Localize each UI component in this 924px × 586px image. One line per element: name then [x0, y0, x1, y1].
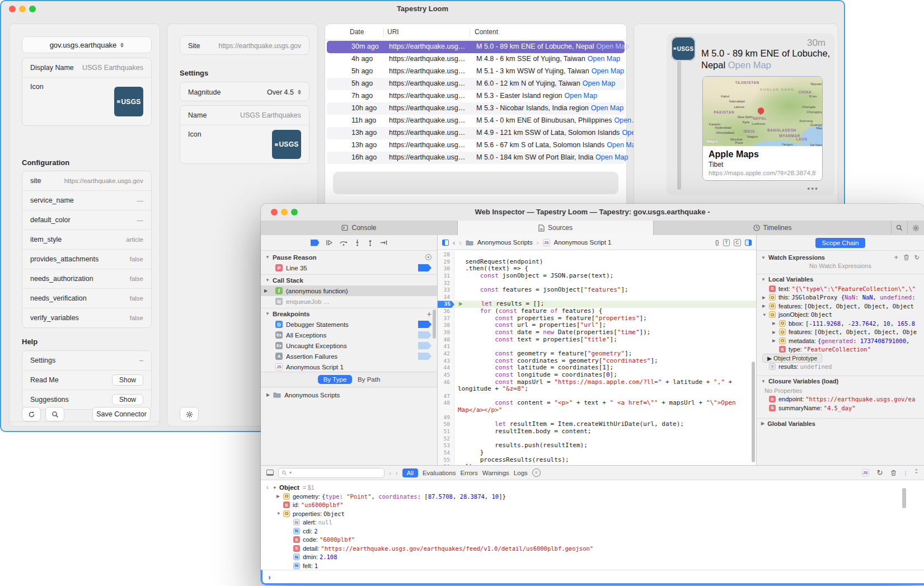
console-row[interactable]: Nalert:null [261, 518, 924, 527]
config-row[interactable]: item_stylearticle [22, 230, 151, 250]
group-by-path-button[interactable]: By Path [358, 376, 380, 383]
pretty-print-icon[interactable]: {} [715, 240, 719, 246]
search-button[interactable] [45, 407, 64, 421]
js-context-icon[interactable]: JS [862, 469, 869, 476]
console-prompt[interactable]: › [261, 570, 924, 585]
open-map-link[interactable]: Open Map [591, 104, 623, 112]
disclosure-closed-icon[interactable]: ▶ [772, 330, 779, 335]
gutter-line-number[interactable]: 52 [438, 435, 454, 443]
table-row[interactable]: 7h agohttps://earthquake.usg…M 5.3 - Eas… [327, 90, 625, 102]
add-watch-icon[interactable]: + [894, 254, 898, 261]
config-row[interactable]: needs_authorizationfalse [22, 269, 151, 289]
gutter-line-number[interactable] [438, 386, 454, 393]
gutter-line-number[interactable]: 41 [438, 343, 454, 350]
gutter-line-number[interactable]: 31 [438, 273, 454, 280]
code-line[interactable]: 40 const text = properties["title"]; [438, 336, 756, 344]
gutter-line-number[interactable]: 42 [438, 350, 454, 358]
gutter-line-number[interactable]: 38 [438, 322, 454, 329]
map-preview[interactable]: TAJIKISTANKUNLUN SHANCHINATaiyuanXi anKa… [702, 76, 823, 181]
step-into-icon[interactable] [354, 239, 361, 246]
variable-row[interactable]: ▶Ometadata:{generated: 1737408791000, [757, 336, 924, 345]
gutter-line-number[interactable]: 55 [438, 457, 454, 464]
gutter-line-number[interactable]: 32 [438, 280, 454, 287]
breakpoint-item[interactable]: ExAll Exceptions [261, 330, 437, 340]
tab-console[interactable]: Console [261, 221, 458, 235]
console-scope-evaluations[interactable]: Evaluations [423, 470, 456, 476]
open-map-link[interactable]: Open Map [595, 153, 628, 161]
console-row[interactable]: ▶Ogeometry:{type: "Point", coordinates: … [261, 492, 924, 501]
preview-card[interactable]: ≋USGS 30m M 5.0 - 89 km ENE of Lobuche, … [667, 33, 834, 195]
console-search-input[interactable]: ▾ [278, 468, 384, 478]
console-scrollbar[interactable] [902, 488, 906, 508]
gutter-line-number[interactable]: 48 [438, 400, 454, 407]
variable-row[interactable]: ▶Ofeatures:[Object, Object, Object, Obje… [757, 302, 924, 311]
console-row[interactable]: Ncdi:2 [261, 527, 924, 536]
gutter-line-number[interactable]: 43 [438, 358, 454, 365]
open-map-link[interactable]: Open Map [583, 79, 615, 87]
watch-expressions-header[interactable]: ▼ Watch Expressions + ↻ [757, 252, 924, 262]
clear-watch-icon[interactable] [903, 254, 909, 261]
trash-icon[interactable] [890, 470, 897, 476]
column-header-date[interactable]: Date [350, 28, 364, 36]
disclosure-closed-icon[interactable]: ▶ [762, 295, 769, 300]
breakpoints-toggle-icon[interactable] [311, 240, 320, 246]
disclosure-open-icon[interactable]: ▼ [276, 511, 283, 516]
show-button[interactable]: Show [112, 394, 143, 405]
name-row[interactable]: Name USGS Earthquakes [180, 106, 309, 125]
previous-result-icon[interactable]: ‹ [389, 470, 391, 476]
breakpoint-item[interactable]: DDebugger Statements [261, 319, 437, 330]
code-line[interactable]: 55 processResults(results); [438, 457, 756, 464]
pause-reason-header[interactable]: ▼ Pause Reason [261, 252, 437, 262]
continue-icon[interactable] [325, 239, 334, 246]
next-result-icon[interactable]: › [396, 470, 398, 476]
gutter-line-number[interactable]: 47 [438, 393, 454, 400]
gutter-line-number[interactable]: 30 [438, 265, 454, 273]
gutter-line-number[interactable]: 53 [438, 442, 454, 449]
gutter-line-number[interactable]: 36 [438, 308, 454, 315]
code-line[interactable]: 33 const features = jsonObject["features… [438, 287, 756, 294]
refresh-watch-icon[interactable]: ↻ [914, 254, 920, 261]
help-row[interactable]: SuggestionsShow [22, 390, 151, 409]
console-row[interactable]: Nfelt:1 [261, 561, 924, 570]
gutter-line-number[interactable]: 37 [438, 315, 454, 322]
gutter-line-number[interactable]: 49 [438, 414, 454, 421]
split-console-icon[interactable] [266, 470, 274, 476]
breakpoint-toggle[interactable] [418, 321, 431, 328]
breadcrumb-file[interactable]: Anonymous Script 1 [554, 239, 612, 246]
step-next-icon[interactable] [379, 239, 388, 246]
help-row[interactable]: Settings– [22, 351, 151, 371]
gutter-line-number[interactable]: 40 [438, 336, 454, 344]
disclosure-open-icon[interactable]: ▼ [762, 312, 769, 317]
magnitude-row[interactable]: Magnitude Over 4.5 [180, 82, 309, 102]
breakpoint-item[interactable]: ExUncaught Exceptions [261, 340, 437, 351]
variable-row[interactable]: Stext:"{\"type\":\"FeatureCollection\",\… [757, 284, 924, 293]
sidebar-scrollbar[interactable] [433, 310, 436, 339]
object-prototype-button[interactable]: ▶ Object Prototype [762, 354, 822, 363]
breadcrumb-folder[interactable]: Anonymous Scripts [477, 239, 533, 246]
open-map-link[interactable]: Open Map [588, 55, 620, 63]
table-row[interactable]: 5h agohttps://earthquake.usg…M 6.0 - 12 … [327, 78, 625, 90]
resources-item[interactable]: ▶ Anonymous Scripts [261, 390, 437, 400]
gutter-line-number[interactable]: 51 [438, 428, 454, 435]
variable-row[interactable]: ▼OjsonObject:Object [757, 311, 924, 320]
group-by-type-button[interactable]: By Type [318, 375, 352, 384]
table-row[interactable]: 13h agohttps://earthquake.usg…M 5.6 - 67… [327, 139, 625, 152]
gutter-line-number[interactable]: 45 [438, 372, 454, 379]
scope-chain-button[interactable]: Scope Chain [815, 238, 866, 248]
config-row[interactable]: needs_verificationfalse [22, 289, 151, 308]
breakpoint-toggle[interactable] [418, 342, 431, 349]
editor-scrollbar[interactable] [752, 362, 755, 462]
console-object-header[interactable]: ‹ ▼ Object = $1 [261, 483, 924, 492]
console-row[interactable]: Ndmin:2.108 [261, 553, 924, 562]
table-row[interactable]: 5h agohttps://earthquake.usg…M 5.1 - 3 k… [327, 65, 625, 78]
site-row[interactable]: Site https://earthquake.usgs.gov [180, 36, 309, 55]
reload-icon[interactable]: ↻ [877, 468, 883, 477]
save-connector-button[interactable]: Save Connector [92, 407, 151, 421]
display-name-row[interactable]: Display Name USGS Earthquakes [22, 58, 151, 78]
disclosure-closed-icon[interactable]: ▶ [772, 338, 779, 343]
breakpoint-toggle[interactable] [418, 264, 431, 271]
code-line[interactable]: longitude + "&z=8"; [438, 386, 756, 393]
breakpoint-toggle[interactable] [418, 353, 431, 360]
console-scope-errors[interactable]: Errors [460, 470, 477, 476]
gutter-line-number[interactable]: 29 [438, 259, 454, 266]
